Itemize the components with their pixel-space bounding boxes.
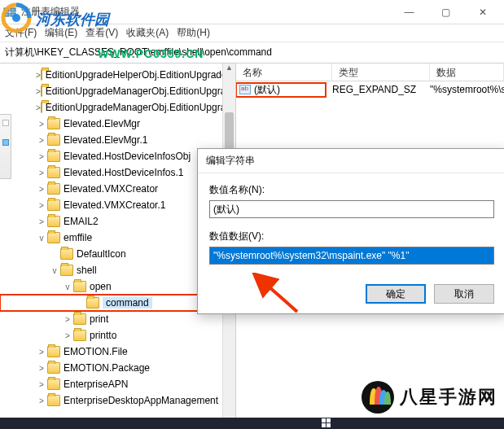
folder-icon: [41, 102, 42, 113]
folder-icon: [47, 346, 60, 357]
tree-item-label: Elevated.HostDeviceInfos.1: [64, 167, 183, 178]
tree-item-label: EditionUpgradeManagerObj.EditionUpgradeM…: [46, 85, 235, 97]
tree-item-label: print: [90, 313, 108, 325]
expand-icon[interactable]: >: [36, 169, 47, 177]
address-path[interactable]: 计算机\HKEY_CLASSES_ROOT\emffile\shell\open…: [5, 46, 499, 59]
menu-view[interactable]: 查看(V): [85, 26, 118, 40]
folder-icon: [47, 151, 60, 162]
expand-icon[interactable]: >: [36, 71, 41, 80]
folder-icon: [47, 134, 60, 146]
dialog-title: 编辑字符串: [198, 149, 504, 173]
expand-icon[interactable]: >: [36, 396, 47, 405]
tree-item-label: emffile: [64, 232, 92, 243]
expand-icon[interactable]: >: [36, 120, 47, 129]
regedit-icon: [3, 6, 16, 19]
tree-item[interactable]: >EditionUpgradeHelperObj.EditionUpgradeH…: [0, 67, 235, 83]
tree-item[interactable]: >EnterpriseAPN: [0, 376, 235, 392]
tree-item[interactable]: >printto: [0, 327, 235, 344]
scroll-up-icon[interactable]: ▲: [223, 63, 235, 77]
tree-item[interactable]: >Elevated.ElevMgr: [0, 116, 235, 132]
tree-item-label: command: [103, 297, 152, 309]
svg-rect-11: [327, 423, 331, 427]
expand-icon[interactable]: v: [36, 234, 47, 243]
expand-icon[interactable]: >: [36, 136, 47, 145]
maximize-button[interactable]: ▢: [427, 0, 464, 24]
folder-icon: [47, 362, 60, 374]
menu-favorites[interactable]: 收藏夹(A): [126, 26, 169, 40]
svg-rect-10: [322, 423, 326, 427]
expand-icon[interactable]: v: [62, 282, 73, 291]
close-button[interactable]: ✕: [464, 0, 501, 24]
menu-file[interactable]: 文件(F): [5, 26, 37, 40]
expand-icon[interactable]: v: [49, 266, 60, 275]
value-name-label: 数值名称(N):: [209, 183, 494, 197]
value-data-field[interactable]: [209, 247, 494, 265]
tree-item[interactable]: >EnterpriseDesktopAppManagement: [0, 392, 235, 409]
tree-item-label: EditionUpgradeManagerObj.EditionUpgradeM…: [46, 102, 235, 113]
string-value-icon: [239, 85, 251, 94]
expand-icon[interactable]: >: [36, 364, 47, 373]
cancel-button[interactable]: 取消: [434, 284, 494, 304]
folder-icon: [60, 265, 73, 276]
values-header: 名称 类型 数据: [236, 63, 504, 81]
value-row[interactable]: (默认) REG_EXPAND_SZ "%systemroot%\system3…: [236, 81, 504, 98]
folder-icon: [60, 248, 73, 260]
folder-icon: [41, 85, 42, 97]
tree-item[interactable]: >Elevated.ElevMgr.1: [0, 132, 235, 148]
value-name-cell[interactable]: (默认): [236, 83, 326, 97]
taskbar: [0, 418, 504, 429]
col-name[interactable]: 名称: [236, 63, 332, 81]
col-type[interactable]: 类型: [332, 63, 430, 81]
folder-icon: [47, 183, 60, 195]
folder-icon: [47, 395, 60, 406]
tree-item[interactable]: >EMOTION.File: [0, 344, 235, 360]
svg-rect-3: [11, 13, 15, 16]
svg-rect-0: [4, 8, 9, 11]
folder-icon: [47, 167, 60, 178]
tree-item-label: Elevated.ElevMgr: [64, 118, 140, 129]
folder-icon: [73, 330, 86, 341]
value-data: "%systemroot%\system32\mspaint.exe" "%1": [423, 84, 504, 95]
expand-icon[interactable]: >: [36, 103, 41, 112]
tree-item[interactable]: >EditionUpgradeManagerObj.EditionUpgrade…: [0, 83, 235, 99]
tree-item-label: Elevated.HostDeviceInfosObj: [64, 151, 191, 162]
expand-icon[interactable]: >: [36, 217, 47, 226]
windows-start-icon[interactable]: [319, 418, 334, 429]
expand-icon[interactable]: >: [36, 185, 47, 194]
tree-item[interactable]: >EditionUpgradeManagerObj.EditionUpgrade…: [0, 99, 235, 116]
expand-icon[interactable]: >: [36, 348, 47, 357]
expand-icon[interactable]: >: [62, 315, 73, 324]
value-name-field[interactable]: [209, 200, 494, 218]
minimize-button[interactable]: —: [391, 0, 427, 24]
svg-rect-8: [322, 418, 326, 422]
folder-icon: [47, 379, 60, 390]
tree-item-label: printto: [90, 330, 116, 341]
address-bar[interactable]: 计算机\HKEY_CLASSES_ROOT\emffile\shell\open…: [0, 42, 504, 63]
ok-button[interactable]: 确定: [366, 284, 426, 304]
svg-rect-1: [4, 13, 9, 16]
menu-help[interactable]: 帮助(H): [177, 26, 210, 40]
cropped-toolbar: [0, 114, 11, 179]
tree-item-label: EnterpriseAPN: [64, 379, 128, 390]
tree-item-label: DefaultIcon: [77, 248, 126, 260]
menu-edit[interactable]: 编辑(E): [45, 26, 77, 40]
menubar: 文件(F) 编辑(E) 查看(V) 收藏夹(A) 帮助(H): [0, 24, 504, 42]
titlebar: 注册表编辑器 — ▢ ✕: [0, 0, 504, 24]
expand-icon[interactable]: >: [62, 331, 73, 340]
expand-icon[interactable]: >: [36, 201, 47, 210]
tree-item-label: open: [90, 281, 112, 292]
col-data[interactable]: 数据: [430, 63, 504, 81]
svg-rect-2: [11, 8, 15, 11]
window-title: 注册表编辑器: [21, 5, 391, 19]
folder-icon: [47, 199, 60, 211]
tree-item-label: shell: [77, 265, 97, 276]
tree-item-label: Elevated.ElevMgr.1: [64, 134, 147, 146]
folder-icon: [47, 232, 60, 243]
tree-item-label: EMOTION.File: [64, 346, 128, 357]
tree-item[interactable]: >EMOTION.Package: [0, 360, 235, 376]
edit-string-dialog: 编辑字符串 数值名称(N): 数值数据(V): 确定 取消: [197, 148, 504, 314]
expand-icon[interactable]: >: [36, 87, 41, 96]
expand-icon[interactable]: >: [36, 152, 47, 161]
tree-item-label: EMAIL2: [64, 216, 99, 227]
expand-icon[interactable]: >: [36, 380, 47, 389]
